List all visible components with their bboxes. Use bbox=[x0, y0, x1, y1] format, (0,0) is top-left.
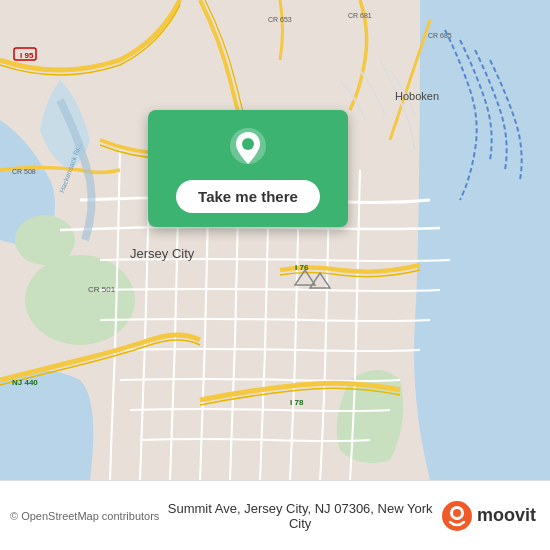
svg-point-1 bbox=[25, 255, 135, 345]
map-container: I 95 CR 681 CR 653 CR 685 CR 508 NJ 440 … bbox=[0, 0, 550, 480]
copyright-text: © OpenStreetMap contributors bbox=[10, 510, 159, 522]
address-text: Summit Ave, Jersey City, NJ 07306, New Y… bbox=[159, 501, 441, 531]
location-card: Take me there bbox=[148, 110, 348, 227]
take-me-there-button[interactable]: Take me there bbox=[176, 180, 320, 213]
svg-text:CR 681: CR 681 bbox=[348, 12, 372, 19]
svg-point-22 bbox=[453, 509, 461, 517]
svg-text:CR 508: CR 508 bbox=[12, 168, 36, 175]
svg-text:CR 653: CR 653 bbox=[268, 16, 292, 23]
moovit-icon bbox=[441, 500, 473, 532]
svg-text:I 78: I 78 bbox=[290, 398, 304, 407]
moovit-logo: moovit bbox=[441, 500, 536, 532]
map-svg: I 95 CR 681 CR 653 CR 685 CR 508 NJ 440 … bbox=[0, 0, 550, 480]
svg-text:CR 501: CR 501 bbox=[88, 285, 116, 294]
svg-text:NJ 440: NJ 440 bbox=[12, 378, 38, 387]
location-pin-icon bbox=[226, 126, 270, 170]
svg-point-19 bbox=[242, 138, 254, 150]
svg-point-2 bbox=[15, 215, 75, 265]
svg-text:I 76: I 76 bbox=[295, 263, 309, 272]
bottom-bar: © OpenStreetMap contributors Summit Ave,… bbox=[0, 480, 550, 550]
moovit-label: moovit bbox=[477, 505, 536, 526]
svg-text:Hoboken: Hoboken bbox=[395, 90, 439, 102]
svg-text:Jersey City: Jersey City bbox=[130, 246, 195, 261]
svg-text:I 95: I 95 bbox=[20, 51, 34, 60]
